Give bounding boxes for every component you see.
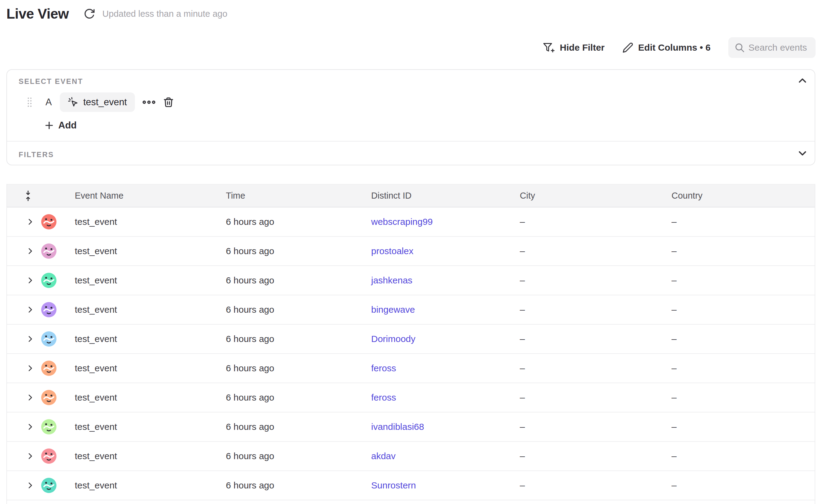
event-name-cell: test_event [75, 392, 226, 403]
refresh-button[interactable] [83, 7, 96, 20]
table-body: test_event 6 hours ago webscraping99 – – [7, 208, 815, 503]
distinct-id-link[interactable]: akdav [371, 451, 396, 461]
distinct-id-link[interactable]: feross [371, 363, 396, 373]
country-cell: – [671, 275, 815, 286]
column-header-country: Country [671, 191, 815, 201]
hide-filter-label: Hide Filter [560, 42, 605, 53]
country-cell: – [671, 392, 815, 403]
chevron-right-icon [26, 452, 34, 460]
collapse-section-button[interactable] [796, 75, 809, 87]
cursor-click-icon [68, 97, 79, 108]
distinct-id-link[interactable]: ivandiblasi68 [371, 421, 424, 432]
user-avatar [41, 244, 75, 259]
user-avatar [41, 419, 75, 434]
refresh-icon [84, 8, 95, 19]
search-icon [734, 42, 745, 53]
table-row: test_event 6 hours ago webscraping99 – – [7, 208, 815, 237]
user-avatar [41, 331, 75, 346]
chevron-right-icon [26, 276, 34, 284]
distinct-id-link[interactable]: Dorimoody [371, 334, 416, 344]
event-name-cell: test_event [75, 217, 226, 227]
time-cell: 6 hours ago [226, 392, 371, 403]
time-cell: 6 hours ago [226, 305, 371, 315]
chevron-right-icon [26, 364, 34, 372]
edit-columns-button[interactable]: Edit Columns • 6 [623, 42, 711, 53]
pencil-icon [623, 42, 633, 53]
row-expand-button[interactable] [24, 245, 36, 257]
trash-icon [163, 96, 174, 108]
distinct-id-link[interactable]: webscraping99 [371, 217, 433, 227]
column-header-time: Time [226, 191, 371, 201]
time-cell: 6 hours ago [226, 217, 371, 227]
expand-filters-button[interactable] [796, 147, 809, 160]
row-expand-button[interactable] [24, 333, 36, 345]
city-cell: – [520, 305, 671, 315]
chevron-up-icon [797, 75, 808, 86]
country-cell: – [671, 305, 815, 315]
time-cell: 6 hours ago [226, 246, 371, 256]
city-cell: – [520, 421, 671, 432]
country-cell: – [671, 421, 815, 432]
chevron-right-icon [26, 423, 34, 431]
city-cell: – [520, 392, 671, 403]
updated-status: Updated less than a minute ago [102, 9, 227, 19]
event-row: A test_event [27, 92, 176, 112]
row-expand-button[interactable] [24, 362, 36, 374]
row-expand-button[interactable] [24, 304, 36, 316]
country-cell: – [671, 451, 815, 461]
edit-columns-label: Edit Columns • 6 [638, 42, 711, 53]
search-box [728, 37, 816, 58]
distinct-id-link[interactable]: jashkenas [371, 275, 413, 285]
card-divider [7, 141, 815, 142]
city-cell: – [520, 480, 671, 490]
row-expand-button[interactable] [24, 479, 36, 491]
event-chip-label: test_event [83, 97, 127, 108]
row-expand-button[interactable] [24, 274, 36, 287]
time-cell: 6 hours ago [226, 480, 371, 490]
distinct-id-link[interactable]: bingewave [371, 305, 415, 314]
user-avatar [41, 361, 75, 376]
table-row: test_event 6 hours ago feross – – [7, 354, 815, 383]
column-header-event-name: Event Name [75, 191, 226, 201]
row-expand-button[interactable] [24, 421, 36, 433]
table-row: test_event 6 hours ago akdav – – [7, 442, 815, 471]
page-title: Live View [6, 5, 69, 22]
city-cell: – [520, 363, 671, 374]
user-avatar [41, 273, 75, 288]
event-name-cell: test_event [75, 246, 226, 256]
hide-filter-button[interactable]: Hide Filter [543, 42, 605, 53]
filters-label: FILTERS [19, 150, 54, 159]
event-name-cell: test_event [75, 480, 226, 490]
user-avatar [41, 214, 75, 230]
collapse-rows-icon [24, 190, 32, 202]
time-cell: 6 hours ago [226, 334, 371, 344]
chevron-right-icon [26, 482, 34, 489]
chevron-down-icon [797, 148, 808, 158]
event-name-cell: test_event [75, 421, 226, 432]
distinct-id-link[interactable]: feross [371, 392, 396, 402]
row-expand-button[interactable] [24, 450, 36, 462]
row-expand-button[interactable] [24, 392, 36, 403]
table-row: test_event 6 hours ago Sunrostern – – [7, 471, 815, 500]
drag-handle[interactable] [27, 96, 34, 108]
event-name-cell: test_event [75, 451, 226, 461]
country-cell: – [671, 363, 815, 374]
distinct-id-link[interactable]: Sunrostern [371, 480, 416, 490]
delete-event-button[interactable] [161, 95, 176, 109]
row-expand-button[interactable] [24, 216, 36, 228]
collapse-all-button[interactable] [24, 190, 32, 202]
event-name-cell: test_event [75, 275, 226, 286]
chevron-right-icon [26, 335, 34, 343]
city-cell: – [520, 275, 671, 286]
chevron-right-icon [26, 218, 34, 226]
ellipsis-icon [142, 99, 155, 105]
city-cell: – [520, 246, 671, 256]
events-table: Event Name Time Distinct ID City Country… [6, 184, 815, 504]
page-header: Live View Updated less than a minute ago [6, 5, 227, 22]
more-options-button[interactable] [142, 95, 156, 109]
event-chip[interactable]: test_event [60, 92, 135, 112]
time-cell: 6 hours ago [226, 451, 371, 461]
distinct-id-link[interactable]: prostoalex [371, 246, 413, 256]
add-event-button[interactable]: Add [44, 116, 76, 134]
toolbar: Hide Filter Edit Columns • 6 [543, 37, 816, 58]
